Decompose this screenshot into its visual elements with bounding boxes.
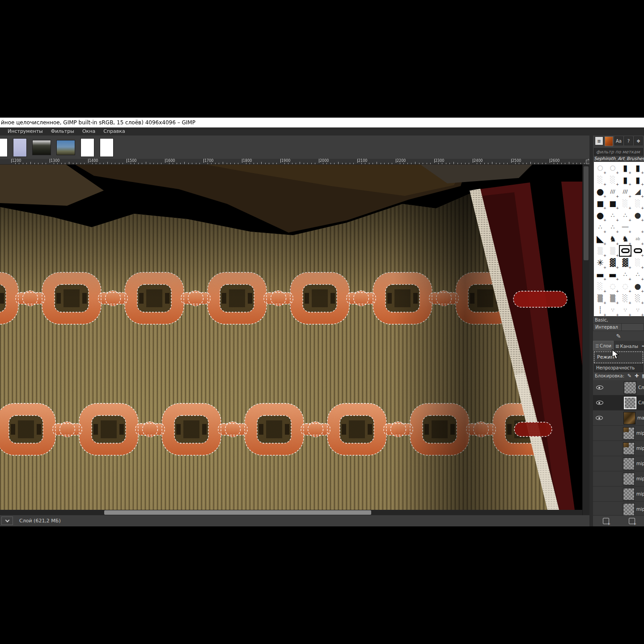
pointer-tab-icon[interactable]: ❖ bbox=[634, 136, 643, 145]
brush-faint-circle[interactable]: ○+ bbox=[606, 162, 619, 174]
brush-dots[interactable]: ∴+ bbox=[619, 269, 631, 281]
brush-empty[interactable]: + bbox=[631, 221, 644, 233]
edit-brush-button[interactable]: ✎ bbox=[616, 333, 621, 339]
vertical-scrollbar[interactable] bbox=[582, 165, 589, 515]
brushes-tab[interactable] bbox=[605, 136, 613, 146]
new-group-button[interactable]: + bbox=[629, 518, 635, 524]
image-thumbnail[interactable] bbox=[80, 138, 94, 157]
brush-smudge[interactable]: ░+ bbox=[594, 280, 606, 292]
layer-row[interactable]: mip bbox=[593, 487, 644, 502]
brush-noise[interactable]: ▒+ bbox=[594, 292, 606, 305]
brush-dots[interactable]: ∴+ bbox=[606, 221, 619, 233]
brush-blob[interactable]: ●+ bbox=[594, 209, 606, 221]
brush-spacing-slider[interactable]: Интервал bbox=[593, 323, 644, 331]
brush-tri[interactable]: ◣+ bbox=[594, 233, 606, 245]
layer-row[interactable]: mip bbox=[593, 426, 644, 441]
brush-square[interactable]: ■+ bbox=[606, 198, 619, 210]
brush-filter-input[interactable]: фильтр по меткам bbox=[594, 148, 643, 156]
brush-faint-blob[interactable]: ▒+ bbox=[594, 245, 606, 257]
brush-noise-light[interactable]: ░+ bbox=[619, 292, 631, 305]
brush-blob-dark[interactable]: ●+ bbox=[631, 280, 644, 292]
layer-row[interactable]: mip bbox=[593, 456, 644, 471]
brush-dark-square[interactable]: ▓+ bbox=[619, 257, 631, 269]
lock-position-icon[interactable]: ✚ bbox=[635, 372, 639, 380]
image-thumbnail[interactable] bbox=[100, 138, 114, 157]
visibility-eye-icon[interactable] bbox=[596, 386, 603, 390]
brush-smudge[interactable]: ░+ bbox=[594, 174, 606, 186]
brush-vbar[interactable]: ▮+ bbox=[631, 174, 644, 186]
new-layer-button[interactable]: + bbox=[603, 518, 609, 524]
visibility-eye-icon[interactable] bbox=[596, 401, 603, 405]
brush-hbar[interactable]: ▬+ bbox=[594, 269, 606, 281]
brush-figure[interactable]: ♞+ bbox=[606, 233, 619, 245]
brush-hbar[interactable]: ▬+ bbox=[606, 269, 619, 281]
brush-dots[interactable]: ∴+ bbox=[619, 209, 631, 221]
brush-vbar[interactable]: ▮+ bbox=[631, 162, 644, 174]
menu-item-фильтры[interactable]: Фильтры bbox=[47, 127, 78, 136]
tab-каналы[interactable]: ▥Каналы bbox=[614, 342, 640, 351]
image-thumbnail[interactable] bbox=[56, 140, 75, 155]
image-thumbnail[interactable] bbox=[13, 138, 27, 157]
menu-item-окна[interactable]: Окна bbox=[78, 127, 99, 136]
layer-mode-dropdown[interactable]: Режим bbox=[594, 352, 643, 363]
brush-figure[interactable]: ♞+ bbox=[619, 233, 631, 245]
layer-row[interactable]: mip bbox=[593, 502, 644, 515]
lock-pixels-icon[interactable]: ✎ bbox=[627, 372, 631, 380]
layer-row[interactable]: ma bbox=[593, 411, 644, 426]
brush-hatch[interactable]: ///+ bbox=[606, 186, 619, 198]
canvas[interactable]: .ants{fill:none;stroke:#ffffff;stroke-wi… bbox=[0, 165, 582, 510]
visibility-eye-icon[interactable] bbox=[596, 416, 603, 420]
brush-scatter[interactable]: ∵+ bbox=[606, 304, 619, 316]
layer-row[interactable]: mip bbox=[593, 471, 644, 487]
brush-palm[interactable]: ✳+ bbox=[594, 257, 606, 269]
brush-scatter[interactable]: ∵+ bbox=[619, 304, 631, 316]
brush-oval[interactable]: ◌+ bbox=[606, 280, 619, 292]
brush-dots[interactable]: ∴+ bbox=[594, 221, 606, 233]
help-tab-icon[interactable]: ? bbox=[624, 136, 633, 145]
brush-dots[interactable]: ∴+ bbox=[631, 269, 644, 281]
panel-divider[interactable] bbox=[589, 136, 593, 526]
brush-vbar[interactable]: ▮+ bbox=[619, 174, 631, 186]
brush-blob[interactable]: ●+ bbox=[594, 186, 606, 198]
layer-row[interactable]: Сл bbox=[593, 380, 644, 395]
horizontal-scrollbar-thumb[interactable] bbox=[104, 510, 371, 515]
tab-ко[interactable]: ✒Ко bbox=[640, 342, 644, 351]
brush-vdots[interactable]: ┊+ bbox=[594, 304, 606, 316]
horizontal-scrollbar[interactable] bbox=[0, 510, 582, 515]
status-menu-button[interactable] bbox=[1, 517, 13, 525]
image-thumbnail[interactable] bbox=[32, 140, 51, 155]
brush-chain[interactable]: + bbox=[631, 245, 644, 257]
layer-row[interactable]: Сл bbox=[593, 395, 644, 411]
brush-faint-circle[interactable]: ○+ bbox=[594, 162, 606, 174]
lock-alpha-icon[interactable]: ▦ bbox=[642, 372, 644, 380]
brush-blob-dark[interactable]: ●+ bbox=[631, 209, 644, 221]
brush-smudge[interactable]: ░+ bbox=[631, 257, 644, 269]
brush-smudge[interactable]: ░+ bbox=[631, 198, 644, 210]
layer-row[interactable]: mip bbox=[593, 441, 644, 456]
brush-dark-square[interactable]: ▓+ bbox=[606, 257, 619, 269]
brush-smudge[interactable]: ░+ bbox=[606, 174, 619, 186]
brush-noise-light[interactable]: ░+ bbox=[631, 292, 644, 305]
brush-hline[interactable]: ──+ bbox=[619, 221, 631, 233]
tab-слои[interactable]: ☰Слои bbox=[593, 341, 614, 351]
dock-menu-icon[interactable]: ≡ bbox=[595, 136, 603, 145]
brush-square[interactable]: ■+ bbox=[594, 198, 606, 210]
brush-smudge[interactable]: ░+ bbox=[619, 198, 631, 210]
brush-chain[interactable]: + bbox=[619, 245, 631, 257]
brush-vbar[interactable]: ▮+ bbox=[619, 162, 631, 174]
vertical-scrollbar-thumb[interactable] bbox=[584, 166, 589, 260]
image-thumbnail[interactable] bbox=[0, 138, 8, 157]
fonts-tab-icon[interactable]: Aa bbox=[614, 136, 623, 145]
menu-item-справка[interactable]: Справка bbox=[99, 127, 129, 136]
brush-tiny-text[interactable]: ab+ bbox=[631, 233, 644, 245]
brush-scatter[interactable]: ∵+ bbox=[631, 304, 644, 316]
brush-dots[interactable]: ∴+ bbox=[606, 209, 619, 221]
brush-noise[interactable]: ▒+ bbox=[606, 292, 619, 305]
brush-hatch[interactable]: ///+ bbox=[619, 186, 631, 198]
menu-item-инструменты[interactable]: Инструменты bbox=[4, 127, 47, 136]
layer-opacity-slider[interactable]: Непрозрачность bbox=[594, 364, 643, 372]
brush-dither[interactable]: ◢+ bbox=[631, 186, 644, 198]
brush-faint-blob[interactable]: ▒+ bbox=[606, 245, 619, 257]
brush-oval[interactable]: ◌+ bbox=[619, 280, 631, 292]
tab-icon: ✒ bbox=[642, 344, 644, 348]
